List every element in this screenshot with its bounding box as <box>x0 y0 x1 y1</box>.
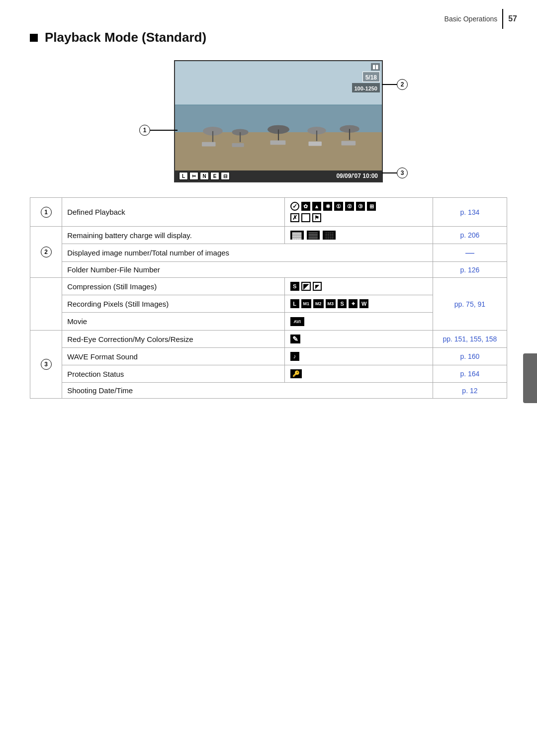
icon-spotlight: ❋ <box>323 202 332 211</box>
icon-check: ✓ <box>290 202 299 211</box>
camera-bottom-icons: L ✂ N E ⊟ <box>179 172 230 180</box>
svg-rect-4 <box>212 131 213 142</box>
row-ref-shooting-date: p. 12 <box>433 383 507 399</box>
folder-number: 100-1250 <box>352 83 380 92</box>
icon-flower: ✿ <box>301 202 310 211</box>
icon-triangle: ◤ <box>301 282 311 291</box>
table-row: Protection Status 🔑 p. 164 <box>30 365 507 383</box>
svg-rect-12 <box>349 129 350 140</box>
main-content: Playback Mode (Standard) 1 2 3 <box>0 0 537 419</box>
row-icons-redeye: ✎ <box>284 331 433 348</box>
info-table: 1 Defined Playback ✓ ✿ ▲ <box>30 197 507 399</box>
icon-M3: M3 <box>326 299 336 308</box>
icon-avi: AVI <box>290 317 304 326</box>
icon-M1: M1 <box>301 299 312 308</box>
icon-wave: ♪ <box>290 352 299 361</box>
header: Basic Operations 57 <box>445 9 517 29</box>
row-icons-protection: 🔑 <box>284 365 433 383</box>
row-label-redeye: Red-Eye Correction/My Colors/Resize <box>62 331 284 348</box>
icon-battery-full: ▓▓ <box>290 231 304 240</box>
cam-icon-n: N <box>200 172 209 180</box>
row-label-protection: Protection Status <box>62 365 284 383</box>
title-square-icon <box>30 34 38 42</box>
table-row: Shooting Date/Time p. 12 <box>30 383 507 399</box>
row-ref-battery: p. 206 <box>433 227 507 244</box>
row-icons-compression: S ◤ ◤ <box>284 278 433 295</box>
cam-icon-cut: ✂ <box>189 172 198 180</box>
row-ref-protection: p. 164 <box>433 365 507 383</box>
icon-battery-half: ▒▒ <box>307 231 320 240</box>
icon-M2: M2 <box>313 299 324 308</box>
svg-rect-0 <box>175 61 382 105</box>
row-ref-image-number: — <box>433 244 507 262</box>
icon-battery-empty: ░░ <box>323 231 336 240</box>
table-row: Displayed image number/Total number of i… <box>30 244 507 262</box>
icon-pencil: ✎ <box>290 335 300 343</box>
svg-rect-13 <box>202 142 216 147</box>
svg-rect-15 <box>270 141 286 145</box>
section-label: Basic Operations <box>445 15 498 23</box>
row-num-3 <box>30 278 62 331</box>
table-row: 2 Remaining battery charge will display.… <box>30 227 507 244</box>
camera-diagram: 1 2 3 <box>30 60 507 182</box>
camera-screen-frame: ▮▮ 5/18 100-1250 <box>174 60 383 182</box>
icon-s: S <box>290 282 299 291</box>
callout-2-circle: 2 <box>397 79 408 90</box>
icon-L: L <box>290 299 299 308</box>
row-icons-battery: ▓▓ ▒▒ ░░ <box>284 227 433 244</box>
icon-grid: ⊞ <box>367 202 376 211</box>
icon-flag: ⚑ <box>312 213 321 222</box>
table-row: 1 Defined Playback ✓ ✿ ▲ <box>30 198 507 227</box>
row-label-recording: Recording Pixels (Still Images) <box>62 295 284 313</box>
header-divider <box>502 9 503 29</box>
svg-rect-6 <box>240 132 241 142</box>
row-icons-movie: AVI <box>284 313 433 331</box>
svg-rect-8 <box>278 130 279 142</box>
title-text: Playback Mode (Standard) <box>45 30 206 45</box>
table-row: 3 Red-Eye Correction/My Colors/Resize ✎ … <box>30 331 507 348</box>
callout-3-circle: 3 <box>397 168 408 178</box>
icon-square <box>301 213 310 222</box>
icon-mountain: ▲ <box>312 202 322 211</box>
image-counter: 5/18 <box>362 72 380 82</box>
table-row: WAVE Format Sound ♪ p. 160 <box>30 348 507 365</box>
row-label-defined-playback: Defined Playback <box>62 198 284 227</box>
cam-icon-l: L <box>179 172 188 180</box>
icon-crop: ⌖ <box>349 299 358 308</box>
camera-screen: ▮▮ 5/18 100-1250 <box>174 60 383 182</box>
icon-W: W <box>359 299 368 308</box>
svg-rect-14 <box>232 143 244 147</box>
camera-bottom-bar: L ✂ N E ⊟ 09/09/'07 10:00 <box>175 170 382 181</box>
icon-person3: ③ <box>356 202 365 211</box>
page-title: Playback Mode (Standard) <box>30 30 507 45</box>
row-label-shooting-date: Shooting Date/Time <box>62 383 433 399</box>
table-row: Compression (Still Images) S ◤ ◤ pp. 75,… <box>30 278 507 295</box>
callout-2-marker: 2 <box>382 79 408 90</box>
row-label-compression: Compression (Still Images) <box>62 278 284 295</box>
row-label-battery: Remaining battery charge will display. <box>62 227 284 244</box>
svg-rect-16 <box>309 142 322 146</box>
icon-person2: ② <box>345 202 354 211</box>
icon-key: 🔑 <box>290 369 302 378</box>
beach-scene-svg <box>175 61 382 170</box>
row-ref-folder: p. 126 <box>433 262 507 278</box>
camera-image: ▮▮ 5/18 100-1250 <box>175 61 382 170</box>
row-icons-wave: ♪ <box>284 348 433 365</box>
camera-datetime: 09/09/'07 10:00 <box>336 172 378 179</box>
row-ref-compression: pp. 75, 91 <box>433 278 507 331</box>
row-ref-1: p. 134 <box>433 198 507 227</box>
callout-1-circle: 1 <box>139 125 150 136</box>
icon-S: S <box>338 299 347 308</box>
row-num-2: 2 <box>30 227 62 278</box>
page-number: 57 <box>508 14 517 23</box>
row-num-1: 1 <box>30 198 62 227</box>
icon-cancel: ✗ <box>290 213 299 222</box>
svg-rect-10 <box>316 131 317 141</box>
cam-icon-e: E <box>210 172 219 180</box>
battery-display: ▮▮ <box>371 63 380 71</box>
icon-tri-sm: ◤ <box>313 282 322 291</box>
row-ref-wave: p. 160 <box>433 348 507 365</box>
row-label-image-number: Displayed image number/Total number of i… <box>62 244 433 262</box>
icon-person1: ① <box>334 202 343 211</box>
row-label-wave: WAVE Format Sound <box>62 348 284 365</box>
